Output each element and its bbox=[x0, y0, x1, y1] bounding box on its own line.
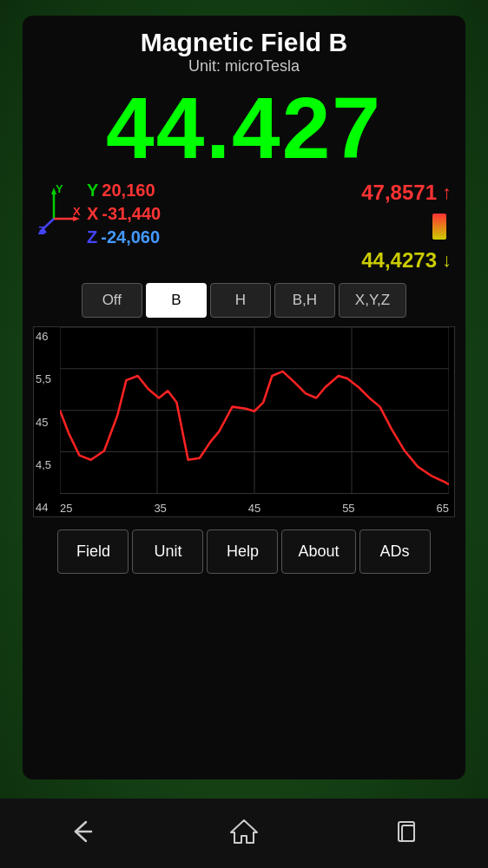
x-label-1: 35 bbox=[154, 502, 166, 515]
recents-icon bbox=[392, 817, 421, 846]
unit-subtitle: Unit: microTesla bbox=[141, 57, 347, 76]
svg-text:X: X bbox=[73, 205, 81, 218]
x-row: X -31,440 bbox=[87, 204, 161, 224]
about-button[interactable]: About bbox=[281, 529, 355, 574]
mode-h-button[interactable]: H bbox=[210, 283, 271, 318]
x-label-4: 65 bbox=[437, 502, 449, 515]
svg-text:Y: Y bbox=[56, 184, 63, 195]
axis-diagram: Y X Z bbox=[36, 184, 82, 245]
x-label-0: 25 bbox=[60, 502, 72, 515]
z-row: Z -24,060 bbox=[87, 227, 161, 247]
axis-svg: Y X Z bbox=[36, 184, 82, 236]
recents-button[interactable] bbox=[383, 808, 430, 858]
gradient-bar bbox=[432, 214, 446, 240]
arrow-down-icon: ↓ bbox=[442, 249, 452, 272]
chart-x-labels: 25 35 45 55 65 bbox=[60, 502, 449, 515]
x-label-3: 55 bbox=[342, 502, 354, 515]
mode-b-button[interactable]: B bbox=[146, 283, 207, 318]
max-row: 47,8571 ↑ bbox=[361, 181, 452, 205]
ads-button[interactable]: ADs bbox=[359, 529, 431, 574]
main-title: Magnetic Field B bbox=[141, 28, 347, 57]
min-value: 44,4273 bbox=[361, 248, 437, 273]
y-row: Y 20,160 bbox=[87, 181, 161, 201]
mode-buttons: Off B H B,H X,Y,Z bbox=[82, 283, 406, 318]
x-axis-label: X bbox=[87, 204, 98, 224]
field-button[interactable]: Field bbox=[57, 529, 129, 574]
mode-bh-button[interactable]: B,H bbox=[274, 283, 335, 318]
max-value: 47,8571 bbox=[361, 181, 437, 205]
min-row: 44,4273 ↓ bbox=[361, 248, 452, 273]
help-button[interactable]: Help bbox=[207, 529, 278, 574]
unit-button[interactable]: Unit bbox=[132, 529, 203, 574]
phone-card: Magnetic Field B Unit: microTesla 44.427… bbox=[23, 16, 465, 779]
z-value: -24,060 bbox=[101, 227, 160, 247]
xyz-values: Y 20,160 X -31,440 Z -24,060 bbox=[87, 181, 161, 247]
title-section: Magnetic Field B Unit: microTesla bbox=[141, 28, 347, 76]
xyz-left: Y X Z Y 20,160 X -31,440 bbox=[36, 181, 161, 247]
y-label-1: 5,5 bbox=[36, 373, 51, 385]
nav-bar bbox=[0, 799, 488, 868]
chart-container: 46 5,5 45 4,5 44 25 bbox=[33, 326, 455, 517]
arrow-up-icon: ↑ bbox=[442, 181, 452, 204]
y-axis-label: Y bbox=[87, 181, 98, 201]
y-label-3: 4,5 bbox=[36, 459, 51, 470]
mode-off-button[interactable]: Off bbox=[82, 283, 142, 318]
svg-text:Z: Z bbox=[38, 224, 45, 236]
bottom-buttons: Field Unit Help About ADs bbox=[57, 529, 430, 574]
xyz-section: Y X Z Y 20,160 X -31,440 bbox=[33, 181, 455, 273]
x-value: -31,440 bbox=[102, 204, 161, 224]
home-icon bbox=[229, 817, 259, 846]
x-label-2: 45 bbox=[248, 502, 260, 515]
main-value: 44.427 bbox=[106, 82, 382, 174]
xyz-right: 47,8571 ↑ 44,4273 ↓ bbox=[361, 181, 452, 273]
mode-xyz-button[interactable]: X,Y,Z bbox=[339, 283, 406, 318]
y-label-4: 44 bbox=[36, 502, 51, 513]
z-axis-label: Z bbox=[87, 227, 97, 247]
svg-marker-20 bbox=[231, 820, 257, 843]
back-icon bbox=[67, 817, 96, 846]
chart-y-labels: 46 5,5 45 4,5 44 bbox=[36, 327, 51, 516]
chart-svg bbox=[60, 327, 449, 495]
y-value: 20,160 bbox=[102, 181, 155, 201]
home-button[interactable] bbox=[221, 808, 267, 858]
y-label-2: 45 bbox=[36, 417, 51, 428]
y-label-0: 46 bbox=[36, 331, 51, 342]
back-button[interactable] bbox=[58, 808, 105, 858]
svg-rect-22 bbox=[402, 825, 414, 841]
